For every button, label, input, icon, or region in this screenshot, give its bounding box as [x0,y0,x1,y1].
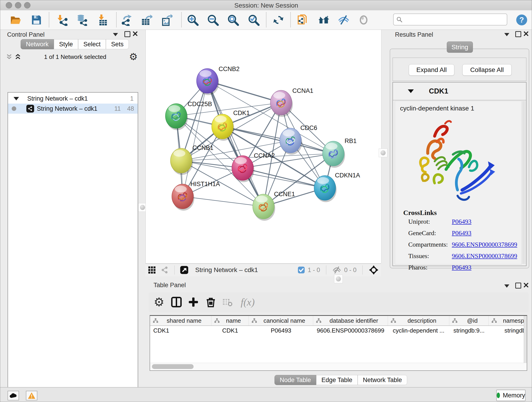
crosslink-value-link[interactable]: 9606.ENSP00000378699 [452,241,517,248]
panel-menu-icon[interactable] [504,33,509,36]
column-header-@id[interactable]: @id [449,316,489,325]
node-HIST1H1A[interactable] [172,184,194,211]
network-canvas[interactable]: CCNB2CCNA1CDC25BCDK1CDC6RB1CCNB1CCNA2CDK… [146,30,381,263]
import-network-database-icon[interactable] [75,13,88,26]
tab-select[interactable]: Select [78,39,106,49]
hide-eye-icon[interactable] [337,13,350,26]
network-tree-child-row[interactable]: String Network – cdk1 11 48 [8,104,138,114]
edge-HIST1H1A-CCNE1[interactable] [183,196,264,206]
show-columns-icon[interactable] [169,294,184,310]
show-eye-icon[interactable] [357,13,370,26]
scrollbar-thumb[interactable] [152,364,194,369]
node-CDKN1A[interactable] [314,176,336,202]
table-cell[interactable]: CDK1 [211,326,249,335]
tab-network[interactable]: Network [21,39,54,49]
column-header-description[interactable]: description [388,316,449,325]
tab-style[interactable]: Style [54,39,78,49]
panel-close-icon[interactable] [133,31,138,36]
crosslink-value-link[interactable]: P06493 [452,230,472,237]
panel-close-icon[interactable] [524,31,529,36]
horizontal-splitter-handle[interactable] [334,274,343,283]
node-CDK1[interactable] [212,114,234,141]
column-header-canonical-name[interactable]: canonical name [249,316,313,325]
collapse-all-button[interactable]: Collapse All [462,64,512,76]
crosslink-value-link[interactable]: P06493 [452,264,472,271]
zoom-in-icon[interactable] [186,13,199,26]
edge-CCNB2-CCNE1[interactable] [207,81,264,206]
home-network-icon[interactable] [317,13,330,26]
node-CCNB1[interactable] [171,148,193,175]
zoom-out-icon[interactable] [206,13,219,26]
panel-menu-icon[interactable] [504,284,509,288]
result-entry-header[interactable]: CDK1 [393,83,526,100]
panel-float-icon[interactable] [515,283,521,288]
crosslink-value-link[interactable]: P06493 [452,218,472,225]
refresh-icon[interactable] [272,13,285,26]
table-cell[interactable]: stringdb [489,326,527,335]
node-CDC6[interactable] [280,128,302,155]
panel-menu-icon[interactable] [113,33,118,36]
panel-float-icon[interactable] [515,31,521,37]
tab-node-table[interactable]: Node Table [274,375,316,385]
table-settings-gear-icon[interactable]: ⚙ [152,294,167,310]
table-horizontal-scrollbar[interactable] [150,363,527,370]
warning-status-button[interactable] [26,391,37,400]
add-column-icon[interactable] [186,294,201,310]
table-cell[interactable]: CDK1 [150,326,211,335]
node-CDC25B[interactable] [165,104,188,130]
entry-collapse-caret-icon[interactable] [408,89,414,93]
node-CCNA2[interactable] [232,156,254,182]
results-scrollbar[interactable] [523,101,526,264]
delete-table-icon[interactable] [220,294,235,310]
network-file-share-icon[interactable] [296,13,309,26]
export-network-icon[interactable] [121,13,133,26]
cloud-status-button[interactable] [7,391,19,400]
export-table-icon[interactable] [140,13,153,26]
table-vertical-scrollbar[interactable] [524,316,527,363]
table-cell[interactable]: 9606.ENSP00000378699 [313,326,388,335]
table-row[interactable]: CDK1CDK1P064939606.ENSP00000378699cyclin… [150,326,527,335]
column-header-namespace[interactable]: namespace [489,316,527,325]
right-splitter-handle[interactable] [379,148,387,157]
node-CCNB2[interactable] [196,69,219,95]
table-cell[interactable]: stringdb:9... [449,326,489,335]
network-tree-root-row[interactable]: String Network – cdk1 1 [8,94,138,104]
tab-sets[interactable]: Sets [106,39,129,49]
search-input[interactable] [405,16,504,23]
import-table-icon[interactable] [96,13,109,26]
table-cell[interactable]: P06493 [249,326,313,335]
zoom-fit-icon[interactable] [227,13,239,26]
network-graph[interactable]: CCNB2CCNA1CDC25BCDK1CDC6RB1CCNB1CCNA2CDK… [146,30,381,263]
open-session-icon[interactable] [9,13,22,26]
panel-float-icon[interactable] [124,31,130,37]
zoom-selected-icon[interactable] [247,13,260,26]
table-cell[interactable]: cyclin-dependent ... [388,326,449,335]
delete-column-icon[interactable] [203,294,218,310]
tab-edge-table[interactable]: Edge Table [316,375,358,385]
selected-checkbox-icon[interactable] [298,266,305,274]
export-image-icon[interactable] [160,13,173,26]
node-CCNA1[interactable] [270,90,293,117]
column-header-name[interactable]: name [211,316,249,325]
birdseye-view-icon[interactable] [178,264,191,276]
save-session-icon[interactable] [30,13,43,26]
column-header-database-identifier[interactable]: database identifier [313,316,388,325]
node-CCNE1[interactable] [253,194,275,221]
tab-network-table[interactable]: Network Table [358,375,407,385]
panel-close-icon[interactable] [524,283,529,288]
network-options-gear-icon[interactable]: ⚙ [129,52,138,62]
memory-button[interactable]: Memory [496,390,526,401]
crosslink-value-link[interactable]: 9606.ENSP00000378699 [452,252,517,260]
share-view-icon[interactable] [158,264,171,276]
edge-CCNB2-HIST1H1A[interactable] [183,81,207,196]
fit-content-crosshair-icon[interactable] [369,265,379,275]
results-tab-string[interactable]: String [447,41,473,53]
collapse-all-icon[interactable] [6,53,13,60]
expand-all-icon[interactable] [14,53,21,60]
grid-view-icon[interactable] [146,264,158,276]
expand-all-button[interactable]: Expand All [409,64,454,76]
column-header-shared-name[interactable]: shared name [150,316,211,325]
import-network-file-icon[interactable] [56,13,69,26]
help-icon[interactable]: ? [515,13,528,26]
search-field[interactable] [393,13,507,26]
